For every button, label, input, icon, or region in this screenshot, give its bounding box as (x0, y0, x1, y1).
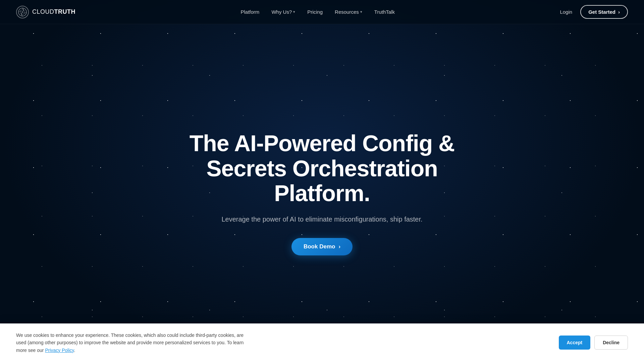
nav-pricing[interactable]: Pricing (307, 9, 323, 15)
cookie-banner: We use cookies to enhance your experienc… (0, 323, 644, 362)
hero-subtitle: Leverage the power of AI to eliminate mi… (184, 214, 460, 225)
arrow-right-icon: › (618, 9, 620, 15)
cookie-actions: Accept Decline (559, 336, 628, 350)
nav-truthtalk[interactable]: TruthTalk (374, 9, 395, 15)
cookie-accept-button[interactable]: Accept (559, 336, 591, 350)
logo[interactable]: CLOUDTRUTH (16, 6, 75, 18)
nav-links: Platform Why Us? ▾ Pricing Resources ▾ T… (241, 9, 395, 15)
logo-text: CLOUDTRUTH (32, 8, 75, 15)
nav-resources[interactable]: Resources ▾ (335, 9, 362, 15)
arrow-right-icon: › (338, 243, 340, 250)
nav-actions: Login Get Started › (560, 5, 628, 19)
book-demo-button[interactable]: Book Demo › (291, 238, 353, 255)
nav-whyus[interactable]: Why Us? ▾ (271, 9, 295, 15)
chevron-down-icon: ▾ (360, 10, 362, 14)
get-started-button[interactable]: Get Started › (580, 5, 628, 19)
hero-title: The AI-Powered Config & Secrets Orchestr… (184, 131, 460, 206)
cookie-text: We use cookies to enhance your experienc… (16, 331, 251, 354)
login-button[interactable]: Login (560, 9, 572, 15)
logo-icon (16, 6, 29, 18)
chevron-down-icon: ▾ (293, 10, 295, 14)
cookie-decline-button[interactable]: Decline (594, 336, 628, 350)
nav-platform[interactable]: Platform (241, 9, 260, 15)
hero-content: The AI-Powered Config & Secrets Orchestr… (184, 131, 460, 255)
hero-section: The AI-Powered Config & Secrets Orchestr… (0, 0, 644, 362)
privacy-policy-link[interactable]: Privacy Policy (45, 348, 74, 353)
navbar: CLOUDTRUTH Platform Why Us? ▾ Pricing Re… (0, 0, 644, 24)
